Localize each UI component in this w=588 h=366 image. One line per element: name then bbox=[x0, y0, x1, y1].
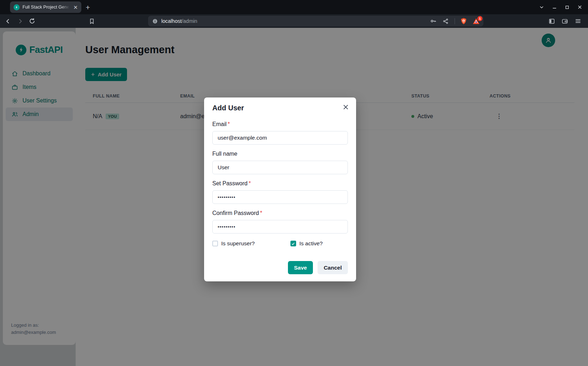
tab-search-chevron-icon[interactable] bbox=[539, 5, 544, 10]
required-asterisk: * bbox=[249, 180, 251, 186]
tab-close-icon[interactable]: ✕ bbox=[72, 4, 78, 11]
side-panel-icon[interactable] bbox=[548, 18, 555, 25]
brave-rewards-button[interactable]: 1 bbox=[472, 18, 480, 25]
is-superuser-checkbox[interactable]: Is superuser? bbox=[212, 240, 255, 247]
minimize-icon[interactable] bbox=[552, 5, 557, 10]
field-set-password-label: Set Password* bbox=[212, 180, 348, 187]
forward-icon[interactable] bbox=[16, 17, 24, 25]
field-email: Email* bbox=[212, 121, 348, 145]
share-icon[interactable] bbox=[442, 18, 449, 25]
toolbar-right-icons bbox=[548, 17, 582, 25]
wallet-icon[interactable] bbox=[561, 18, 568, 25]
site-info-icon[interactable] bbox=[152, 19, 158, 24]
brave-shield-icon[interactable] bbox=[460, 17, 467, 25]
modal-close-icon[interactable] bbox=[340, 102, 351, 114]
cancel-button[interactable]: Cancel bbox=[318, 261, 348, 274]
field-full-name-label: Full name bbox=[212, 151, 348, 158]
url-path: /admin bbox=[182, 18, 197, 24]
tab-title: Full Stack Project Genera bbox=[22, 5, 70, 10]
modal-buttons: Save Cancel bbox=[212, 261, 348, 274]
checkbox-checked-icon bbox=[290, 241, 296, 246]
divider bbox=[455, 18, 455, 24]
url-bar[interactable]: localhost/admin 1 bbox=[148, 16, 483, 26]
field-full-name: Full name bbox=[212, 151, 348, 174]
set-password-field[interactable] bbox=[212, 190, 348, 204]
field-email-label: Email* bbox=[212, 121, 348, 128]
rewards-badge: 1 bbox=[477, 16, 482, 21]
close-window-icon[interactable] bbox=[577, 5, 582, 10]
required-asterisk: * bbox=[260, 210, 262, 216]
nav-buttons bbox=[4, 17, 36, 25]
new-tab-button[interactable]: + bbox=[86, 4, 90, 11]
reload-icon[interactable] bbox=[29, 17, 36, 25]
checkbox-unchecked-icon bbox=[212, 241, 218, 246]
fastapi-favicon-icon bbox=[14, 4, 20, 10]
is-superuser-label: Is superuser? bbox=[221, 240, 255, 247]
email-field[interactable] bbox=[212, 131, 348, 145]
label-text: Email bbox=[212, 121, 227, 127]
url-host: localhost bbox=[161, 18, 182, 24]
add-user-modal: Add User Email* Full name Set Password* … bbox=[204, 97, 356, 281]
browser-tab[interactable]: Full Stack Project Genera ✕ bbox=[10, 1, 81, 13]
label-text: Full name bbox=[212, 151, 237, 157]
window-controls bbox=[539, 5, 582, 10]
label-text: Set Password bbox=[212, 180, 248, 186]
checkbox-row: Is superuser? Is active? bbox=[212, 240, 348, 247]
back-icon[interactable] bbox=[4, 17, 12, 25]
browser-toolbar: localhost/admin 1 bbox=[0, 14, 588, 28]
tab-strip: Full Stack Project Genera ✕ + bbox=[0, 0, 588, 14]
confirm-password-field[interactable] bbox=[212, 220, 348, 234]
modal-title: Add User bbox=[212, 104, 348, 112]
url-bar-actions: 1 bbox=[430, 17, 480, 25]
maximize-icon[interactable] bbox=[565, 5, 569, 10]
password-key-icon[interactable] bbox=[430, 17, 437, 25]
save-button[interactable]: Save bbox=[288, 261, 313, 274]
field-confirm-password-label: Confirm Password* bbox=[212, 210, 348, 217]
field-set-password: Set Password* bbox=[212, 180, 348, 204]
menu-hamburger-icon[interactable] bbox=[574, 17, 582, 25]
is-active-label: Is active? bbox=[299, 240, 323, 247]
required-asterisk: * bbox=[228, 121, 230, 127]
is-active-checkbox[interactable]: Is active? bbox=[290, 240, 323, 247]
bookmark-icon[interactable] bbox=[88, 18, 95, 25]
field-confirm-password: Confirm Password* bbox=[212, 210, 348, 234]
browser-window: Full Stack Project Genera ✕ + localhost/… bbox=[0, 0, 588, 366]
label-text: Confirm Password bbox=[212, 210, 259, 216]
full-name-field[interactable] bbox=[212, 161, 348, 174]
